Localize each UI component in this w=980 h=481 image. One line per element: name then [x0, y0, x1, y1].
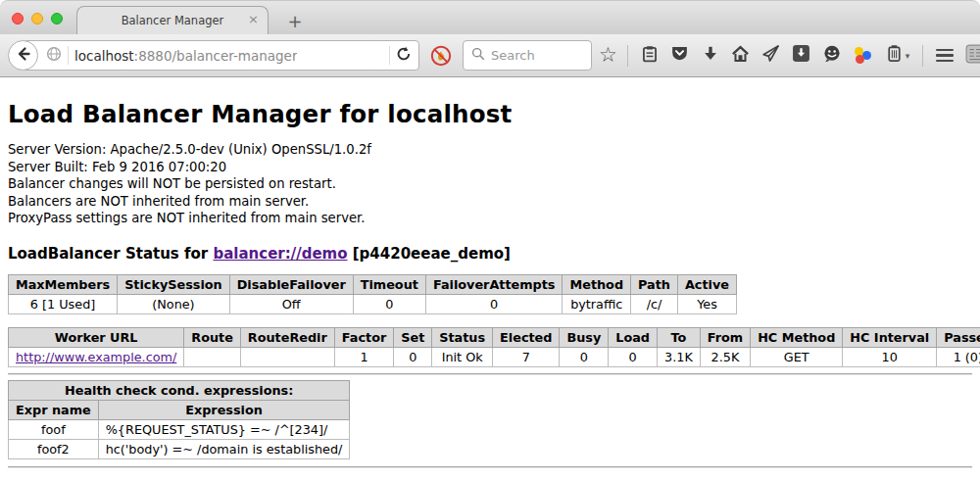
inherit-note-line: Balancers are NOT inherited from main se… — [8, 193, 972, 211]
worker-row: http://www.example.com/ 1 0 Init Ok 7 0 … — [9, 347, 980, 366]
table-row: foof %{REQUEST_STATUS} =~ /^[234]/ — [9, 419, 350, 439]
worker-table: Worker URL Route RouteRedir Factor Set S… — [8, 327, 980, 367]
url-divider — [389, 46, 390, 65]
col-active: Active — [677, 274, 736, 294]
table-row: 6 [1 Used] (None) Off 0 0 bytraffic /c/ … — [9, 294, 737, 313]
cell-worker-url: http://www.example.com/ — [9, 347, 184, 366]
col-maxmembers: MaxMembers — [9, 274, 118, 294]
close-window-button[interactable] — [12, 13, 24, 24]
url-text: localhost:8880/balancer-manager — [74, 48, 297, 64]
cell-status: Init Ok — [432, 347, 493, 366]
home-icon — [731, 44, 750, 67]
container-icon — [886, 44, 903, 67]
cell-factor: 1 — [334, 347, 393, 366]
cell-busy: 0 — [560, 347, 609, 366]
back-arrow-icon — [16, 46, 31, 66]
bookmark-star-button[interactable]: ☆ — [594, 41, 622, 71]
server-version-line: Server Version: Apache/2.5.0-dev (Unix) … — [8, 141, 972, 159]
cell-hc-interval: 10 — [843, 347, 937, 366]
navigation-toolbar: localhost:8880/balancer-manager — [0, 34, 980, 77]
colored-dots-extension-button[interactable] — [848, 41, 876, 71]
search-input[interactable] — [491, 48, 579, 63]
table-row: foof2 hc('body') =~ /domain is establish… — [9, 439, 350, 458]
flash-blocked-icon[interactable] — [430, 45, 452, 67]
pocket-button[interactable] — [665, 41, 694, 71]
container-extension-button[interactable]: ▾ — [878, 41, 917, 71]
col-hc-method: HC Method — [751, 327, 843, 347]
url-bar[interactable]: localhost:8880/balancer-manager — [23, 40, 419, 71]
tab-close-icon[interactable]: × — [248, 13, 259, 25]
browser-chrome: Balancer Manager × + localhost:8880/bala… — [0, 0, 980, 77]
col-failoverattempts: FailoverAttempts — [425, 274, 563, 294]
send-tab-button[interactable] — [757, 41, 785, 71]
home-button[interactable] — [726, 41, 755, 71]
tab-bar: Balancer Manager × + — [0, 0, 980, 34]
col-worker-url: Worker URL — [9, 327, 184, 347]
balancer-status-heading: LoadBalancer Status for balancer://demo … — [8, 245, 972, 263]
save-extension-button[interactable] — [787, 41, 815, 71]
chevron-down-icon: ▾ — [906, 51, 910, 61]
balancer-demo-link[interactable]: balancer://demo — [213, 245, 347, 263]
menu-button[interactable] — [930, 41, 958, 71]
proxypass-note-line: ProxyPass settings are NOT inherited fro… — [8, 210, 972, 227]
persist-note-line: Balancer changes will NOT be persisted o… — [8, 175, 972, 193]
cell-hc-method: GET — [751, 347, 843, 366]
bottom-divider — [8, 466, 972, 468]
col-busy: Busy — [560, 327, 609, 347]
search-box[interactable] — [463, 40, 592, 71]
heading-suffix: [p4420eeae_demo] — [348, 245, 511, 263]
reload-icon[interactable] — [396, 46, 412, 65]
cell-passes: 1 (0) — [937, 347, 980, 366]
cell-from: 2.5K — [700, 347, 750, 366]
cell-path: /c/ — [631, 294, 678, 313]
table-header-row: Worker URL Route RouteRedir Factor Set S… — [9, 327, 980, 347]
toolbar-separator — [627, 45, 628, 67]
table-header-row: MaxMembers StickySession DisableFailover… — [9, 274, 737, 294]
download-box-icon — [792, 44, 810, 67]
minimize-window-button[interactable] — [31, 13, 43, 24]
tab-balancer-manager[interactable]: Balancer Manager × — [76, 6, 269, 34]
zoom-window-button[interactable] — [51, 13, 63, 24]
hamburger-icon — [936, 49, 954, 63]
back-button[interactable] — [8, 40, 38, 71]
feedback-extension-button[interactable] — [817, 41, 846, 71]
download-arrow-icon — [702, 45, 719, 67]
downloads-button[interactable] — [696, 41, 724, 71]
globe-icon — [46, 46, 62, 65]
tab-groups-button[interactable] — [960, 41, 980, 71]
col-disablefailover: DisableFailover — [229, 274, 353, 294]
cell-maxmembers: 6 [1 Used] — [9, 294, 118, 313]
heading-prefix: LoadBalancer Status for — [8, 245, 213, 263]
health-table-title: Health check cond. expressions: — [9, 380, 350, 400]
col-status: Status — [432, 327, 493, 347]
page-title: Load Balancer Manager for localhost — [8, 100, 972, 128]
clipboard-icon — [641, 45, 659, 67]
cell-expression: hc('body') =~ /domain is established/ — [98, 439, 350, 458]
col-method: Method — [563, 274, 631, 294]
cell-disablefailover: Off — [229, 294, 353, 313]
cell-routeredir — [240, 347, 334, 366]
server-info: Server Version: Apache/2.5.0-dev (Unix) … — [8, 141, 972, 227]
cell-expression: %{REQUEST_STATUS} =~ /^[234]/ — [98, 419, 350, 439]
url-divider — [68, 46, 69, 65]
cell-active: Yes — [677, 294, 736, 313]
smiley-icon — [822, 44, 842, 68]
grid-pages-icon — [965, 44, 980, 68]
cell-load: 0 — [609, 347, 658, 366]
url-domain: localhost — [74, 48, 134, 64]
col-expression: Expression — [98, 400, 350, 419]
health-check-table: Health check cond. expressions: Expr nam… — [8, 380, 350, 459]
tab-title: Balancer Manager — [122, 14, 224, 27]
bookmarks-sidebar-button[interactable] — [635, 41, 663, 71]
paper-plane-icon — [761, 44, 780, 67]
search-icon — [471, 46, 485, 65]
col-routeredir: RouteRedir — [240, 327, 334, 347]
section-divider — [8, 373, 972, 375]
col-hc-interval: HC Interval — [843, 327, 937, 347]
traffic-lights — [12, 13, 63, 24]
browser-window: Balancer Manager × + localhost:8880/bala… — [0, 0, 980, 481]
new-tab-button[interactable]: + — [284, 11, 306, 31]
worker-url-link[interactable]: http://www.example.com/ — [16, 350, 176, 364]
table-title-row: Health check cond. expressions: — [9, 380, 350, 400]
table-header-row: Expr name Expression — [9, 400, 350, 419]
